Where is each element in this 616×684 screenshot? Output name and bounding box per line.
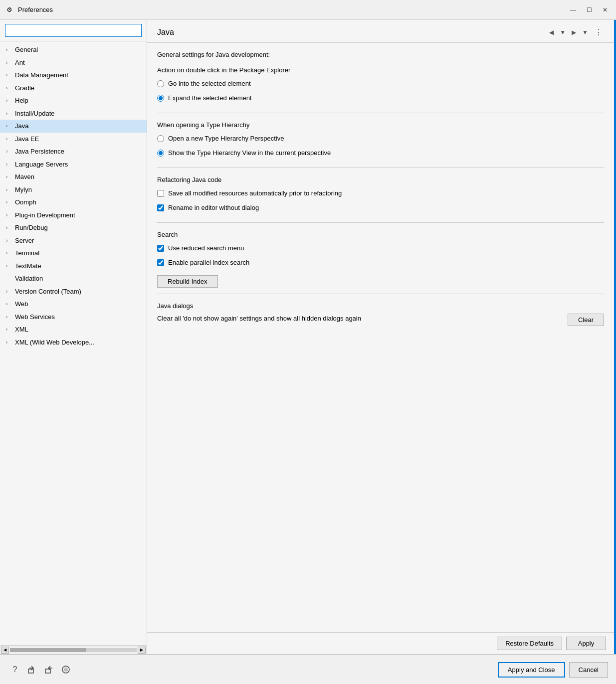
- reduced-menu-checkbox[interactable]: [157, 245, 164, 252]
- forward-button[interactable]: ▶: [569, 27, 579, 37]
- import-icon-button[interactable]: [42, 663, 56, 677]
- back-dropdown-button[interactable]: ▼: [557, 27, 568, 37]
- parallel-index-option[interactable]: Enable parallel index search: [157, 257, 604, 268]
- save-modified-option[interactable]: Save all modified resources automaticall…: [157, 187, 604, 199]
- sidebar-item-terminal[interactable]: ›Terminal: [0, 247, 147, 260]
- sidebar-item-web-services[interactable]: ›Web Services: [0, 311, 147, 324]
- sidebar-item-textmate[interactable]: ›TextMate: [0, 260, 147, 273]
- footer-icon-group: ?: [8, 663, 494, 677]
- sidebar-item-language-servers[interactable]: ›Language Servers: [0, 158, 147, 171]
- chevron-icon: ›: [6, 173, 13, 180]
- sidebar-item-java-ee[interactable]: ›Java EE: [0, 133, 147, 146]
- parallel-index-checkbox[interactable]: [157, 259, 164, 266]
- chevron-icon: ›: [6, 161, 13, 168]
- sidebar-item-java[interactable]: ›Java: [0, 120, 147, 133]
- expand-radio[interactable]: [157, 95, 164, 102]
- svg-point-5: [64, 668, 68, 672]
- close-button[interactable]: ✕: [599, 4, 611, 16]
- maximize-button[interactable]: ☐: [583, 4, 595, 16]
- sidebar-item-label: Language Servers: [15, 160, 143, 170]
- sidebar-horizontal-scrollbar[interactable]: ◀ ▶: [0, 645, 147, 654]
- chevron-icon: ›: [6, 84, 13, 92]
- rename-editor-checkbox[interactable]: [157, 204, 164, 211]
- dialog-body: ›General›Ant›Data Management›Gradle›Help…: [0, 20, 616, 654]
- sidebar-item-label: Web Services: [15, 312, 143, 322]
- svg-rect-0: [28, 669, 33, 673]
- sidebar-item-version-control[interactable]: ›Version Control (Team): [0, 285, 147, 298]
- reduced-menu-option[interactable]: Use reduced search menu: [157, 242, 604, 254]
- new-perspective-option[interactable]: Open a new Type Hierarchy Perspective: [157, 133, 604, 144]
- content-title: Java: [157, 28, 547, 37]
- sidebar-item-plugin-development[interactable]: ›Plug-in Development: [0, 209, 147, 222]
- sidebar-item-server[interactable]: ›Server: [0, 234, 147, 247]
- forward-dropdown-button[interactable]: ▼: [580, 27, 591, 37]
- sidebar-item-mylyn[interactable]: ›Mylyn: [0, 183, 147, 196]
- title-bar: ⚙ Preferences — ☐ ✕: [0, 0, 616, 20]
- chevron-icon: ›: [6, 224, 13, 231]
- expand-option[interactable]: Expand the selected element: [157, 92, 604, 104]
- content-footer: Restore Defaults Apply: [147, 632, 614, 654]
- restore-defaults-button[interactable]: Restore Defaults: [497, 637, 562, 650]
- sidebar-item-label: Java: [15, 121, 143, 131]
- save-modified-checkbox[interactable]: [157, 190, 164, 197]
- sidebar-item-validation[interactable]: Validation: [0, 272, 147, 285]
- preferences-icon: ⚙: [5, 5, 14, 14]
- sidebar-item-xml[interactable]: ›XML: [0, 323, 147, 336]
- scroll-track: [10, 648, 137, 652]
- sidebar-item-java-persistence[interactable]: ›Java Persistence: [0, 145, 147, 158]
- section-description: General settings for Java development:: [157, 51, 604, 58]
- sidebar-item-xml-wild[interactable]: ›XML (Wild Web Develope...: [0, 336, 147, 349]
- more-options-button[interactable]: ⋮: [592, 26, 606, 38]
- apply-and-close-button[interactable]: Apply and Close: [498, 662, 565, 678]
- sidebar-item-data-management[interactable]: ›Data Management: [0, 69, 147, 82]
- sidebar: ›General›Ant›Data Management›Gradle›Help…: [0, 20, 147, 654]
- chevron-icon: ›: [6, 211, 13, 219]
- back-button[interactable]: ◀: [547, 27, 556, 37]
- sidebar-item-oomph[interactable]: ›Oomph: [0, 196, 147, 209]
- chevron-icon: ›: [6, 300, 13, 308]
- sidebar-item-label: Gradle: [15, 83, 143, 93]
- show-view-option[interactable]: Show the Type Hierarchy View in the curr…: [157, 147, 604, 159]
- sidebar-item-label: Validation: [15, 274, 143, 284]
- scroll-right-btn[interactable]: ▶: [138, 647, 146, 654]
- sidebar-item-label: Oomph: [15, 197, 143, 207]
- java-dialogs-title: Java dialogs: [157, 302, 604, 310]
- sidebar-item-label: Mylyn: [15, 185, 143, 195]
- sidebar-item-label: Java Persistence: [15, 147, 143, 157]
- package-explorer-section: Action on double click in the Package Ex…: [157, 66, 604, 113]
- go-into-radio[interactable]: [157, 80, 164, 87]
- sidebar-item-label: Version Control (Team): [15, 287, 143, 297]
- info-icon-button[interactable]: [59, 663, 73, 677]
- apply-button[interactable]: Apply: [566, 637, 606, 650]
- package-explorer-title: Action on double click in the Package Ex…: [157, 66, 604, 74]
- minimize-button[interactable]: —: [567, 4, 579, 16]
- sidebar-item-run-debug[interactable]: ›Run/Debug: [0, 221, 147, 234]
- sidebar-item-install-update[interactable]: ›Install/Update: [0, 107, 147, 120]
- help-icon-button[interactable]: ?: [8, 663, 22, 677]
- chevron-icon: ›: [6, 198, 13, 206]
- sidebar-item-help[interactable]: ›Help: [0, 94, 147, 107]
- sidebar-item-web[interactable]: ›Web: [0, 298, 147, 311]
- search-input[interactable]: [5, 24, 142, 37]
- show-view-radio[interactable]: [157, 150, 164, 157]
- cancel-button[interactable]: Cancel: [569, 662, 608, 678]
- sidebar-item-label: Terminal: [15, 248, 143, 258]
- type-hierarchy-section: When opening a Type Hierarchy Open a new…: [157, 121, 604, 168]
- show-view-label: Show the Type Hierarchy View in the curr…: [168, 149, 331, 157]
- save-modified-label: Save all modified resources automaticall…: [168, 189, 342, 197]
- rebuild-index-button[interactable]: Rebuild Index: [157, 275, 218, 288]
- expand-label: Expand the selected element: [168, 94, 252, 102]
- scroll-thumb: [10, 648, 86, 652]
- sidebar-item-ant[interactable]: ›Ant: [0, 56, 147, 69]
- scroll-left-btn[interactable]: ◀: [1, 647, 9, 654]
- rename-editor-option[interactable]: Rename in editor without dialog: [157, 202, 604, 213]
- sidebar-item-maven[interactable]: ›Maven: [0, 171, 147, 183]
- sidebar-item-general[interactable]: ›General: [0, 43, 147, 56]
- chevron-icon: ›: [6, 313, 13, 321]
- new-perspective-radio[interactable]: [157, 135, 164, 142]
- export-icon-button[interactable]: [25, 663, 39, 677]
- java-dialogs-description: Clear all 'do not show again' settings a…: [157, 314, 562, 324]
- go-into-option[interactable]: Go into the selected element: [157, 78, 604, 89]
- clear-button[interactable]: Clear: [568, 314, 604, 326]
- sidebar-item-gradle[interactable]: ›Gradle: [0, 82, 147, 95]
